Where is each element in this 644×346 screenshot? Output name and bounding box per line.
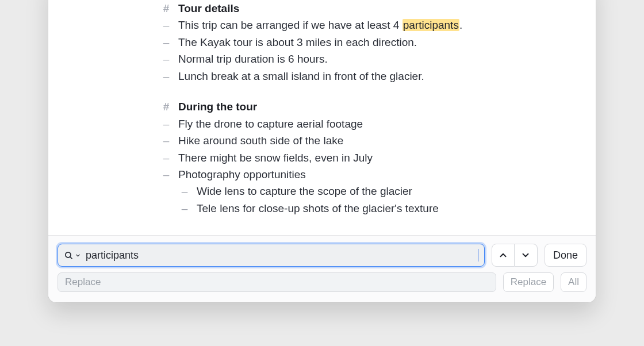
bullet-marker: – [162, 166, 170, 183]
bullet-marker: – [181, 183, 189, 199]
list-item: – Wide lens to capture the scope of the … [162, 183, 584, 199]
svg-line-1 [70, 257, 72, 259]
list-item: – Normal trip duration is 6 hours. [162, 51, 584, 67]
chevron-down-icon [75, 252, 81, 259]
replace-row: Replace All [57, 272, 586, 292]
list-item-text: There might be snow fields, even in July [178, 149, 584, 166]
replace-button[interactable]: Replace [503, 272, 554, 292]
list-item: – The Kayak tour is about 3 miles in eac… [162, 34, 584, 51]
list-item: – There might be snow fields, even in Ju… [162, 149, 584, 166]
list-item-text: Normal trip duration is 6 hours. [178, 51, 584, 67]
next-match-button[interactable] [515, 244, 538, 267]
replace-field[interactable] [57, 272, 496, 292]
search-highlight: participants [402, 19, 459, 31]
list-item-text: Wide lens to capture the scope of the gl… [197, 183, 584, 199]
list-item: – Hike around south side of the lake [162, 132, 584, 149]
list-item-text: Lunch break at a small island in front o… [178, 68, 584, 84]
find-nav-segment [492, 244, 538, 267]
chevron-up-icon [498, 250, 508, 260]
bullet-marker: – [162, 132, 170, 149]
list-item-text: This trip can be arranged if we have at … [178, 17, 584, 33]
find-input[interactable] [86, 249, 479, 262]
find-replace-bar: Done Replace All [48, 235, 596, 302]
editor-window: # Tour details – This trip can be arrang… [48, 0, 596, 302]
bullet-marker: – [162, 51, 170, 67]
section-during-tour: # During the tour – Fly the drone to cap… [162, 98, 584, 217]
replace-input[interactable] [65, 276, 489, 288]
list-item-text: Hike around south side of the lake [178, 132, 584, 149]
replace-all-button[interactable]: All [561, 272, 586, 292]
list-item: – Tele lens for close-up shots of the gl… [162, 200, 584, 217]
list-item: – Fly the drone to capture aerial footag… [162, 116, 584, 132]
done-button[interactable]: Done [545, 244, 586, 267]
heading-marker: # [162, 0, 170, 17]
heading-row: # During the tour [162, 98, 584, 115]
heading-text: Tour details [178, 0, 239, 17]
section-tour-details: # Tour details – This trip can be arrang… [162, 0, 584, 84]
bullet-marker: – [162, 116, 170, 132]
bullet-marker: – [162, 149, 170, 166]
bullet-marker: – [162, 17, 170, 33]
heading-marker: # [162, 98, 170, 115]
heading-text: During the tour [178, 98, 257, 115]
list-item-text: Fly the drone to capture aerial footage [178, 116, 584, 132]
bullet-marker: – [162, 68, 170, 84]
list-item: – This trip can be arranged if we have a… [162, 17, 584, 33]
document-body[interactable]: # Tour details – This trip can be arrang… [48, 0, 596, 235]
bullet-marker: – [162, 34, 170, 51]
find-row: Done [57, 244, 586, 267]
list-item-text: The Kayak tour is about 3 miles in each … [178, 34, 584, 51]
bullet-marker: – [181, 200, 189, 217]
list-item-text: Tele lens for close-up shots of the glac… [197, 200, 584, 217]
heading-row: # Tour details [162, 0, 584, 17]
text-caret [478, 249, 478, 262]
search-options-button[interactable] [64, 251, 86, 260]
find-field[interactable] [57, 244, 485, 267]
chevron-down-icon [520, 250, 531, 260]
list-item: – Lunch break at a small island in front… [162, 68, 584, 84]
list-item: – Photography opportunities [162, 166, 584, 183]
list-item-text: Photography opportunities [178, 166, 584, 183]
search-icon [64, 251, 74, 260]
previous-match-button[interactable] [492, 244, 515, 267]
